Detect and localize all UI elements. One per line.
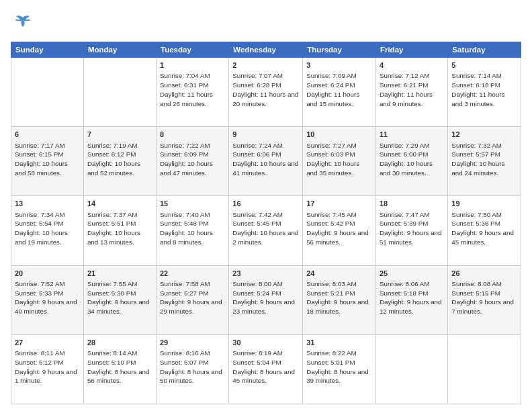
day-info-line: Daylight: 10 hours and 24 minutes. <box>451 159 517 177</box>
day-number: 16 <box>232 199 299 209</box>
day-info-line: Daylight: 9 hours and 34 minutes. <box>87 298 152 316</box>
day-info-line: Sunrise: 7:42 AM <box>232 210 299 220</box>
day-number: 31 <box>306 338 372 348</box>
day-info-line: Sunset: 5:07 PM <box>160 358 225 367</box>
day-info-line: Daylight: 10 hours and 58 minutes. <box>15 159 80 177</box>
day-info-line: Sunset: 6:28 PM <box>232 81 299 90</box>
day-info-line: Sunrise: 7:22 AM <box>160 141 225 150</box>
day-cell: 24Sunrise: 8:03 AMSunset: 5:21 PMDayligh… <box>303 265 376 334</box>
day-number: 19 <box>451 199 517 209</box>
day-info-line: Daylight: 9 hours and 40 minutes. <box>15 298 80 316</box>
day-info-line: Sunrise: 7:32 AM <box>451 141 517 150</box>
weekday-thursday: Thursday <box>303 42 376 58</box>
day-info-line: Daylight: 10 hours and 35 minutes. <box>306 159 372 177</box>
day-info-line: Sunset: 5:57 PM <box>451 150 517 159</box>
day-info-line: Sunrise: 7:07 AM <box>232 71 299 81</box>
day-info-line: Sunset: 5:15 PM <box>451 289 517 298</box>
day-info-line: Sunset: 5:10 PM <box>87 358 152 367</box>
day-info-line: Sunrise: 8:19 AM <box>232 349 299 358</box>
day-info-line: Sunset: 6:09 PM <box>160 150 225 159</box>
day-info-line: Sunrise: 7:55 AM <box>87 279 152 289</box>
day-info-line: Sunrise: 7:58 AM <box>160 279 225 289</box>
day-info-line: Sunset: 6:03 PM <box>306 150 372 159</box>
calendar-table: SundayMondayTuesdayWednesdayThursdayFrid… <box>11 42 521 404</box>
week-row-5: 27Sunrise: 8:11 AMSunset: 5:12 PMDayligh… <box>11 334 521 404</box>
day-info-line: Sunset: 5:21 PM <box>306 289 372 298</box>
day-cell <box>375 334 447 404</box>
day-info-line: Sunset: 6:06 PM <box>232 150 299 159</box>
week-row-4: 20Sunrise: 7:52 AMSunset: 5:33 PMDayligh… <box>11 265 521 334</box>
day-info-line: Sunrise: 7:50 AM <box>451 210 517 220</box>
day-number: 29 <box>160 338 225 348</box>
day-cell: 2Sunrise: 7:07 AMSunset: 6:28 PMDaylight… <box>229 58 303 127</box>
weekday-sunday: Sunday <box>11 42 84 58</box>
day-info-line: Daylight: 11 hours and 20 minutes. <box>232 90 299 108</box>
day-cell: 12Sunrise: 7:32 AMSunset: 5:57 PMDayligh… <box>448 127 521 196</box>
day-cell: 4Sunrise: 7:12 AMSunset: 6:21 PMDaylight… <box>375 58 447 127</box>
day-cell: 28Sunrise: 8:14 AMSunset: 5:10 PMDayligh… <box>83 334 156 404</box>
day-cell: 6Sunrise: 7:17 AMSunset: 6:15 PMDaylight… <box>11 127 84 196</box>
day-info-line: Daylight: 9 hours and 12 minutes. <box>380 298 444 316</box>
day-info-line: Daylight: 9 hours and 56 minutes. <box>306 228 372 246</box>
day-info-line: Sunset: 5:24 PM <box>232 289 299 298</box>
day-number: 28 <box>87 338 152 348</box>
day-cell: 17Sunrise: 7:45 AMSunset: 5:42 PMDayligh… <box>303 196 376 265</box>
day-info-line: Daylight: 9 hours and 7 minutes. <box>451 298 517 316</box>
day-info-line: Sunrise: 7:37 AM <box>87 210 152 220</box>
day-cell: 30Sunrise: 8:19 AMSunset: 5:04 PMDayligh… <box>229 334 303 404</box>
day-info-line: Daylight: 9 hours and 23 minutes. <box>232 298 299 316</box>
day-cell: 29Sunrise: 8:16 AMSunset: 5:07 PMDayligh… <box>157 334 229 404</box>
weekday-wednesday: Wednesday <box>229 42 303 58</box>
day-info-line: Daylight: 11 hours and 9 minutes. <box>380 90 444 108</box>
day-info-line: Sunrise: 8:06 AM <box>380 279 444 289</box>
day-number: 5 <box>451 60 517 71</box>
day-info-line: Sunrise: 7:47 AM <box>380 210 444 220</box>
day-cell: 18Sunrise: 7:47 AMSunset: 5:39 PMDayligh… <box>375 196 447 265</box>
day-cell: 13Sunrise: 7:34 AMSunset: 5:54 PMDayligh… <box>11 196 84 265</box>
day-number: 6 <box>15 130 80 140</box>
day-info-line: Sunrise: 8:03 AM <box>306 279 372 289</box>
weekday-tuesday: Tuesday <box>157 42 229 58</box>
day-info-line: Sunset: 6:24 PM <box>306 81 372 90</box>
day-info-line: Sunset: 6:12 PM <box>87 150 152 159</box>
day-info-line: Daylight: 9 hours and 1 minute. <box>15 367 80 385</box>
day-info-line: Sunset: 5:12 PM <box>15 358 80 367</box>
day-info-line: Sunrise: 7:45 AM <box>306 210 372 220</box>
day-info-line: Sunrise: 8:00 AM <box>232 279 299 289</box>
week-row-2: 6Sunrise: 7:17 AMSunset: 6:15 PMDaylight… <box>11 127 521 196</box>
day-number: 27 <box>15 338 80 348</box>
day-cell: 3Sunrise: 7:09 AMSunset: 6:24 PMDaylight… <box>303 58 376 127</box>
day-info-line: Daylight: 8 hours and 56 minutes. <box>87 367 152 385</box>
header <box>11 11 521 35</box>
day-info-line: Sunrise: 7:19 AM <box>87 141 152 150</box>
day-number: 18 <box>380 199 444 209</box>
day-cell <box>448 334 521 404</box>
day-info-line: Sunrise: 7:17 AM <box>15 141 80 150</box>
day-info-line: Sunset: 5:45 PM <box>232 219 299 228</box>
day-cell: 23Sunrise: 8:00 AMSunset: 5:24 PMDayligh… <box>229 265 303 334</box>
day-number: 8 <box>160 130 225 140</box>
day-cell <box>83 58 156 127</box>
day-info-line: Sunset: 6:21 PM <box>380 81 444 90</box>
day-cell: 11Sunrise: 7:29 AMSunset: 6:00 PMDayligh… <box>375 127 447 196</box>
day-number: 7 <box>87 130 152 140</box>
day-info-line: Daylight: 8 hours and 50 minutes. <box>160 367 225 385</box>
weekday-header-row: SundayMondayTuesdayWednesdayThursdayFrid… <box>11 42 521 58</box>
day-info-line: Sunset: 5:30 PM <box>87 289 152 298</box>
day-number: 10 <box>306 130 372 140</box>
day-info-line: Daylight: 9 hours and 45 minutes. <box>451 228 517 246</box>
week-row-1: 1Sunrise: 7:04 AMSunset: 6:31 PMDaylight… <box>11 58 521 127</box>
day-number: 22 <box>160 269 225 279</box>
day-number: 2 <box>232 60 299 71</box>
day-cell: 7Sunrise: 7:19 AMSunset: 6:12 PMDaylight… <box>83 127 156 196</box>
day-info-line: Daylight: 10 hours and 52 minutes. <box>87 159 152 177</box>
day-info-line: Sunset: 5:04 PM <box>232 358 299 367</box>
day-info-line: Sunrise: 7:40 AM <box>160 210 225 220</box>
day-cell: 15Sunrise: 7:40 AMSunset: 5:48 PMDayligh… <box>157 196 229 265</box>
day-cell <box>11 58 84 127</box>
day-info-line: Sunset: 5:42 PM <box>306 219 372 228</box>
day-number: 3 <box>306 60 372 71</box>
day-info-line: Sunrise: 8:14 AM <box>87 349 152 358</box>
day-cell: 20Sunrise: 7:52 AMSunset: 5:33 PMDayligh… <box>11 265 84 334</box>
day-info-line: Sunrise: 8:08 AM <box>451 279 517 289</box>
